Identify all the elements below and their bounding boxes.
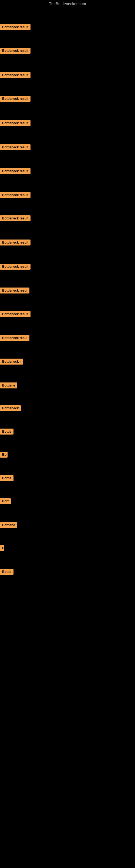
bottleneck-result-item: Bottleneck result: [0, 48, 31, 55]
bottleneck-result-item: Bottleneck result: [0, 240, 31, 247]
bottleneck-result-item: Bottleneck resul: [0, 287, 30, 294]
bottleneck-result-item: Bott: [0, 498, 11, 505]
bottleneck-result-badge[interactable]: Bottleneck result: [0, 144, 31, 150]
bottleneck-result-badge[interactable]: Bottlene: [0, 522, 17, 528]
bottleneck-result-badge[interactable]: Bottleneck result: [0, 48, 31, 54]
bottleneck-result-badge[interactable]: Bottleneck: [0, 405, 21, 411]
bottleneck-result-item: Bottle: [0, 475, 13, 482]
site-title: TheBottlenecker.com: [0, 0, 135, 9]
bottleneck-result-item: Bottlene: [0, 382, 17, 390]
bottleneck-result-item: Bottle: [0, 569, 13, 576]
bottleneck-result-badge[interactable]: Bottlene: [0, 382, 17, 389]
bottleneck-result-badge[interactable]: Bottleneck result: [0, 24, 31, 30]
bottleneck-result-item: Bottleneck r: [0, 359, 23, 366]
bottleneck-result-item: Bottleneck result: [0, 120, 31, 127]
bottleneck-result-item: Bottleneck result: [0, 215, 31, 222]
bottleneck-result-item: Bottle: [0, 429, 13, 436]
bottleneck-result-badge[interactable]: Bottleneck resul: [0, 287, 30, 293]
bottleneck-result-item: Bottleneck result: [0, 144, 31, 151]
bottleneck-result-item: Bottleneck result: [0, 24, 31, 31]
bottleneck-result-item: Bottleneck resul: [0, 335, 30, 342]
bottleneck-result-item: Bottleneck result: [0, 168, 31, 175]
bottleneck-result-badge[interactable]: Bottle: [0, 429, 13, 435]
bottleneck-result-item: Bottlene: [0, 522, 17, 529]
bottleneck-result-badge[interactable]: Bottleneck result: [0, 192, 31, 198]
bottleneck-result-badge[interactable]: Bottleneck result: [0, 240, 31, 246]
bottleneck-result-badge[interactable]: Bottleneck resul: [0, 335, 30, 341]
bottleneck-result-badge[interactable]: Bottleneck result: [0, 264, 31, 270]
bottleneck-result-badge[interactable]: Bottleneck result: [0, 311, 31, 317]
bottleneck-result-badge[interactable]: Bottle: [0, 475, 13, 481]
bottleneck-result-badge[interactable]: Bottleneck result: [0, 168, 31, 174]
bottleneck-result-badge[interactable]: Bottleneck r: [0, 359, 23, 365]
bottleneck-result-item: Bottleneck result: [0, 311, 31, 318]
bottleneck-result-item: Bottleneck result: [0, 72, 31, 79]
bottleneck-result-item: Bottleneck: [0, 405, 21, 412]
bottleneck-result-badge[interactable]: Bott: [0, 498, 11, 504]
bottleneck-result-badge[interactable]: Bottleneck result: [0, 72, 31, 78]
bottleneck-result-item: Bottleneck result: [0, 264, 31, 271]
bottleneck-result-badge[interactable]: Bottleneck result: [0, 215, 31, 221]
bottleneck-result-item: Bottleneck result: [0, 192, 31, 199]
bottleneck-result-badge[interactable]: Bo: [0, 452, 8, 458]
bottleneck-result-badge[interactable]: Bottleneck result: [0, 120, 31, 126]
bottleneck-result-item: Bo: [0, 452, 8, 459]
bottleneck-result-badge[interactable]: Bottleneck result: [0, 96, 31, 102]
bottleneck-result-badge[interactable]: Bottle: [0, 569, 13, 575]
bottleneck-result-item: Bottleneck result: [0, 96, 31, 103]
bottleneck-result-item: B: [0, 545, 4, 552]
bottleneck-result-badge[interactable]: B: [0, 545, 4, 551]
